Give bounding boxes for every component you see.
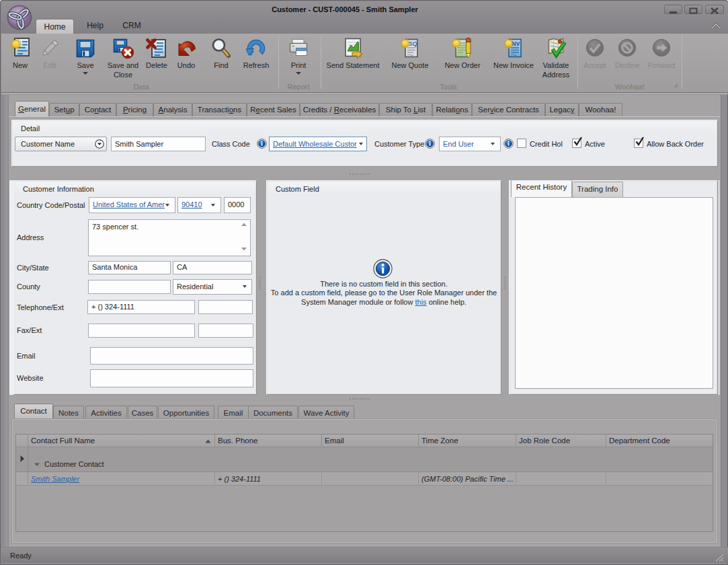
svg-text:SQ: SQ <box>409 40 417 47</box>
